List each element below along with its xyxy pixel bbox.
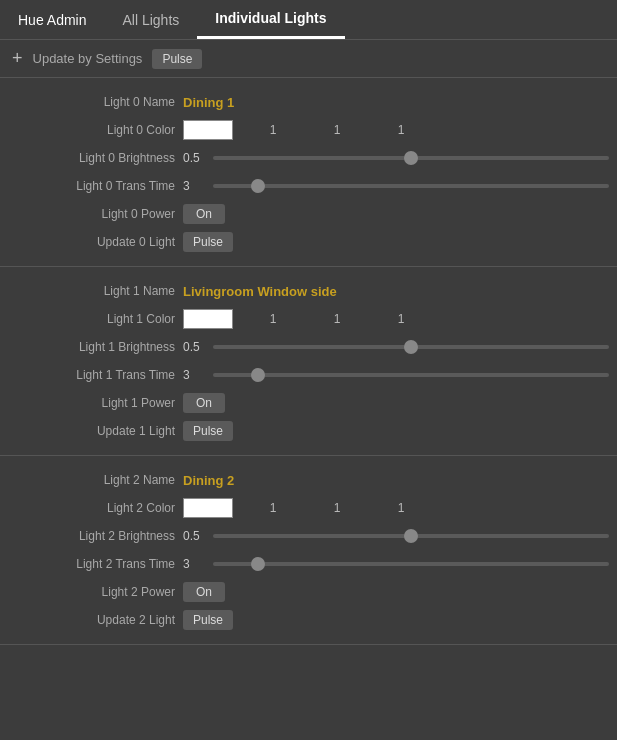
- light-0-name-value: Dining 1: [183, 95, 234, 110]
- light-2-brightness-label: Light 2 Brightness: [8, 529, 183, 543]
- light-0-trans-label: Light 0 Trans Time: [8, 179, 183, 193]
- light-1-color-r: 1: [243, 312, 303, 326]
- light-1-trans-slider[interactable]: [213, 373, 609, 377]
- light-2-brightness-slider[interactable]: [213, 534, 609, 538]
- light-1-update-row: Update 1 Light Pulse: [0, 417, 617, 445]
- light-0-color-b: 1: [371, 123, 431, 137]
- light-1-trans-slider-container: [213, 373, 609, 377]
- light-0-brightness-slider-container: [213, 156, 609, 160]
- light-2-name-row: Light 2 Name Dining 2: [0, 466, 617, 494]
- light-1-brightness-slider-container: [213, 345, 609, 349]
- light-2-section: Light 2 Name Dining 2 Light 2 Color 1 1 …: [0, 456, 617, 645]
- light-0-name-label: Light 0 Name: [8, 95, 183, 109]
- light-2-update-label: Update 2 Light: [8, 613, 183, 627]
- light-1-color-group: 1 1 1: [183, 309, 431, 329]
- light-0-brightness-value: 0.5: [183, 151, 213, 165]
- toolbar: + Update by Settings Pulse: [0, 40, 617, 78]
- light-0-color-row: Light 0 Color 1 1 1: [0, 116, 617, 144]
- light-1-color-swatch[interactable]: [183, 309, 233, 329]
- light-0-trans-slider[interactable]: [213, 184, 609, 188]
- light-0-color-swatch[interactable]: [183, 120, 233, 140]
- light-1-trans-label: Light 1 Trans Time: [8, 368, 183, 382]
- nav-individual-lights[interactable]: Individual Lights: [197, 0, 344, 39]
- nav-hue-admin[interactable]: Hue Admin: [0, 0, 104, 39]
- light-2-trans-value: 3: [183, 557, 213, 571]
- light-2-trans-row: Light 2 Trans Time 3: [0, 550, 617, 578]
- light-2-color-b: 1: [371, 501, 431, 515]
- light-1-name-value: Livingroom Window side: [183, 284, 337, 299]
- light-0-power-label: Light 0 Power: [8, 207, 183, 221]
- light-1-color-label: Light 1 Color: [8, 312, 183, 326]
- light-2-brightness-value: 0.5: [183, 529, 213, 543]
- update-settings-label: Update by Settings: [33, 51, 143, 66]
- light-2-trans-label: Light 2 Trans Time: [8, 557, 183, 571]
- light-1-brightness-label: Light 1 Brightness: [8, 340, 183, 354]
- light-0-update-button[interactable]: Pulse: [183, 232, 233, 252]
- light-1-update-button[interactable]: Pulse: [183, 421, 233, 441]
- light-0-update-label: Update 0 Light: [8, 235, 183, 249]
- light-2-name-value: Dining 2: [183, 473, 234, 488]
- nav-bar: Hue Admin All Lights Individual Lights: [0, 0, 617, 40]
- light-1-brightness-value: 0.5: [183, 340, 213, 354]
- light-2-trans-slider[interactable]: [213, 562, 609, 566]
- light-2-name-label: Light 2 Name: [8, 473, 183, 487]
- light-0-color-label: Light 0 Color: [8, 123, 183, 137]
- light-2-power-label: Light 2 Power: [8, 585, 183, 599]
- nav-all-lights[interactable]: All Lights: [104, 0, 197, 39]
- light-1-section: Light 1 Name Livingroom Window side Ligh…: [0, 267, 617, 456]
- light-0-name-row: Light 0 Name Dining 1: [0, 88, 617, 116]
- light-2-power-row: Light 2 Power On: [0, 578, 617, 606]
- light-2-color-row: Light 2 Color 1 1 1: [0, 494, 617, 522]
- light-2-trans-slider-container: [213, 562, 609, 566]
- light-1-brightness-row: Light 1 Brightness 0.5: [0, 333, 617, 361]
- light-2-color-group: 1 1 1: [183, 498, 431, 518]
- light-1-power-button[interactable]: On: [183, 393, 225, 413]
- light-1-color-g: 1: [307, 312, 367, 326]
- light-1-color-b: 1: [371, 312, 431, 326]
- light-2-update-row: Update 2 Light Pulse: [0, 606, 617, 634]
- light-1-brightness-slider[interactable]: [213, 345, 609, 349]
- main-content: Light 0 Name Dining 1 Light 0 Color 1 1 …: [0, 78, 617, 730]
- light-1-power-label: Light 1 Power: [8, 396, 183, 410]
- light-0-brightness-slider[interactable]: [213, 156, 609, 160]
- light-0-trans-value: 3: [183, 179, 213, 193]
- update-settings-pulse-button[interactable]: Pulse: [152, 49, 202, 69]
- light-1-trans-row: Light 1 Trans Time 3: [0, 361, 617, 389]
- light-1-update-label: Update 1 Light: [8, 424, 183, 438]
- light-0-power-row: Light 0 Power On: [0, 200, 617, 228]
- add-icon[interactable]: +: [12, 48, 23, 69]
- light-0-color-g: 1: [307, 123, 367, 137]
- light-0-color-r: 1: [243, 123, 303, 137]
- light-2-brightness-row: Light 2 Brightness 0.5: [0, 522, 617, 550]
- light-2-brightness-slider-container: [213, 534, 609, 538]
- light-1-name-row: Light 1 Name Livingroom Window side: [0, 277, 617, 305]
- light-1-trans-value: 3: [183, 368, 213, 382]
- light-0-power-button[interactable]: On: [183, 204, 225, 224]
- light-0-brightness-row: Light 0 Brightness 0.5: [0, 144, 617, 172]
- light-1-power-row: Light 1 Power On: [0, 389, 617, 417]
- light-2-update-button[interactable]: Pulse: [183, 610, 233, 630]
- light-0-trans-row: Light 0 Trans Time 3: [0, 172, 617, 200]
- light-2-color-g: 1: [307, 501, 367, 515]
- light-0-brightness-label: Light 0 Brightness: [8, 151, 183, 165]
- light-1-name-label: Light 1 Name: [8, 284, 183, 298]
- light-2-power-button[interactable]: On: [183, 582, 225, 602]
- light-0-trans-slider-container: [213, 184, 609, 188]
- light-1-color-row: Light 1 Color 1 1 1: [0, 305, 617, 333]
- light-0-section: Light 0 Name Dining 1 Light 0 Color 1 1 …: [0, 78, 617, 267]
- light-2-color-swatch[interactable]: [183, 498, 233, 518]
- light-2-color-r: 1: [243, 501, 303, 515]
- light-0-update-row: Update 0 Light Pulse: [0, 228, 617, 256]
- light-2-color-label: Light 2 Color: [8, 501, 183, 515]
- light-0-color-group: 1 1 1: [183, 120, 431, 140]
